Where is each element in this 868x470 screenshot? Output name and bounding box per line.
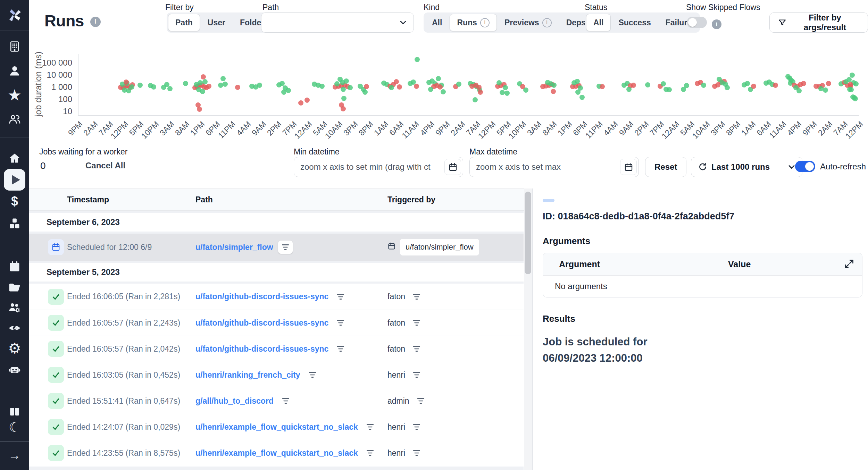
success-run-dot[interactable] <box>503 85 508 90</box>
expand-arguments-button[interactable] <box>844 259 854 270</box>
success-run-dot[interactable] <box>725 85 730 90</box>
max-datetime-calendar-button[interactable] <box>620 159 637 175</box>
sidebar-item-favorites[interactable]: ★ <box>8 88 21 102</box>
sidebar-item-variables[interactable]: $ <box>11 195 18 208</box>
success-run-dot[interactable] <box>626 87 632 92</box>
filter-by-option-path[interactable]: Path <box>168 14 200 31</box>
run-row[interactable]: Ended 16:03:05 (Ran in 0,452s)u/henri/ra… <box>29 362 524 388</box>
filter-by-option-user[interactable]: User <box>201 14 232 31</box>
info-icon[interactable]: i <box>712 19 721 29</box>
sidebar-item-audit-logs[interactable] <box>8 322 21 334</box>
column-triggered-by[interactable]: Triggered by <box>387 195 532 204</box>
success-run-dot[interactable] <box>129 84 134 90</box>
run-row[interactable]: Ended 16:05:57 (Ran in 2,243s)u/faton/gi… <box>29 310 524 336</box>
filter-by-path-icon[interactable] <box>363 446 377 460</box>
sidebar-item-folders[interactable] <box>8 281 21 293</box>
reset-button[interactable]: Reset <box>645 157 686 177</box>
success-run-dot[interactable] <box>151 84 156 90</box>
success-run-dot[interactable] <box>337 77 343 82</box>
failure-run-dot[interactable] <box>751 84 756 89</box>
success-run-dot[interactable] <box>428 87 433 92</box>
filter-by-user-icon[interactable] <box>409 342 424 355</box>
sidebar-expand-button[interactable]: → <box>8 449 21 461</box>
failure-run-dot[interactable] <box>124 79 129 85</box>
run-path-link[interactable]: u/faton/github-discord-issues-sync <box>195 292 328 301</box>
success-run-dot[interactable] <box>846 77 852 82</box>
success-run-dot[interactable] <box>523 87 528 93</box>
filter-by-path-icon[interactable] <box>333 342 348 355</box>
sidebar-item-home[interactable] <box>8 152 21 165</box>
success-run-dot[interactable] <box>334 81 340 86</box>
filter-by-path-icon[interactable] <box>363 420 377 434</box>
filter-by-path-icon[interactable] <box>278 241 293 254</box>
success-run-dot[interactable] <box>823 87 828 93</box>
failure-run-dot[interactable] <box>600 84 605 89</box>
filter-by-path-icon[interactable] <box>305 368 320 381</box>
failure-run-dot[interactable] <box>826 81 831 86</box>
kind-option-all[interactable]: All <box>425 14 449 31</box>
sidebar-item-dark-mode[interactable]: ☾ <box>9 421 20 434</box>
run-row[interactable]: Ended 14:23:55 (Ran in 8,575s)u/henri/ex… <box>29 440 524 466</box>
filter-by-user-icon[interactable] <box>414 394 428 408</box>
success-run-dot[interactable] <box>853 81 859 86</box>
run-row[interactable]: Ended 16:06:05 (Ran in 2,281s)u/faton/gi… <box>29 284 524 310</box>
sidebar-item-settings[interactable]: ⚙ <box>8 341 21 356</box>
show-skipped-flows-toggle[interactable] <box>687 17 707 28</box>
success-run-dot[interactable] <box>850 73 855 78</box>
auto-refresh-toggle[interactable] <box>795 161 815 172</box>
sidebar-item-docs[interactable] <box>9 406 20 418</box>
run-row[interactable]: Scheduled for 12:00 6/9u/faton/simpler_f… <box>29 234 524 261</box>
kind-option-runs[interactable]: Runsi <box>450 14 497 31</box>
filter-by-user-icon[interactable] <box>409 290 424 303</box>
success-run-dot[interactable] <box>853 96 858 101</box>
success-run-dot[interactable] <box>167 86 173 91</box>
filter-by-user-icon[interactable] <box>409 316 424 329</box>
sidebar-item-schedules[interactable] <box>8 260 21 273</box>
filter-by-path-icon[interactable] <box>278 394 293 408</box>
sidebar-item-user[interactable] <box>8 65 21 77</box>
last-runs-button[interactable]: Last 1000 runs <box>691 157 777 177</box>
run-path-link[interactable]: u/henri/example_flow_quickstart_no_slack <box>195 422 358 432</box>
filter-by-path-icon[interactable] <box>333 316 348 329</box>
sidebar-item-worker-groups[interactable] <box>8 301 21 314</box>
success-run-dot[interactable] <box>441 89 446 94</box>
run-path-link[interactable]: u/faton/github-discord-issues-sync <box>195 344 328 354</box>
failure-run-dot[interactable] <box>437 84 443 90</box>
info-icon[interactable]: i <box>90 17 101 27</box>
sidebar-item-workspace[interactable] <box>8 40 21 53</box>
kind-option-previews[interactable]: Previewsi <box>498 14 559 31</box>
failure-run-dot[interactable] <box>394 79 399 84</box>
filter-by-args-result-button[interactable]: Filter by args/result <box>769 12 868 33</box>
sidebar-item-ai[interactable] <box>8 363 21 376</box>
success-run-dot[interactable] <box>645 82 650 87</box>
max-datetime-input[interactable] <box>470 162 620 172</box>
success-run-dot[interactable] <box>436 76 441 81</box>
success-run-dot[interactable] <box>341 96 347 101</box>
failure-run-dot[interactable] <box>476 85 482 90</box>
failure-run-dot[interactable] <box>551 89 556 94</box>
status-option-all[interactable]: All <box>586 14 611 31</box>
success-run-dot[interactable] <box>456 82 461 87</box>
failure-run-dot[interactable] <box>298 100 303 106</box>
column-timestamp[interactable]: Timestamp <box>67 195 195 204</box>
windmill-logo-icon[interactable] <box>7 8 22 23</box>
success-run-dot[interactable] <box>341 87 346 92</box>
run-path-link[interactable]: g/all/hub_to_discord <box>195 396 274 406</box>
failure-run-dot[interactable] <box>397 84 402 90</box>
min-datetime-calendar-button[interactable] <box>444 159 461 175</box>
filter-by-user-icon[interactable] <box>409 446 424 460</box>
failure-run-dot[interactable] <box>235 85 240 90</box>
success-run-dot[interactable] <box>473 97 478 102</box>
run-row[interactable]: Ended 16:05:57 (Ran in 2,042s)u/faton/gi… <box>29 336 524 362</box>
status-option-success[interactable]: Success <box>611 14 658 31</box>
column-path[interactable]: Path <box>195 195 387 204</box>
min-datetime-input[interactable] <box>294 162 444 172</box>
success-run-dot[interactable] <box>348 85 353 90</box>
filter-by-user-icon[interactable] <box>409 368 424 381</box>
table-scrollbar-thumb[interactable] <box>525 192 531 274</box>
filter-by-user-icon[interactable] <box>409 420 424 434</box>
sidebar-item-groups[interactable] <box>8 113 21 125</box>
success-run-dot[interactable] <box>661 81 666 86</box>
failure-run-dot[interactable] <box>848 82 853 87</box>
sidebar-item-runs-active[interactable] <box>4 169 25 191</box>
